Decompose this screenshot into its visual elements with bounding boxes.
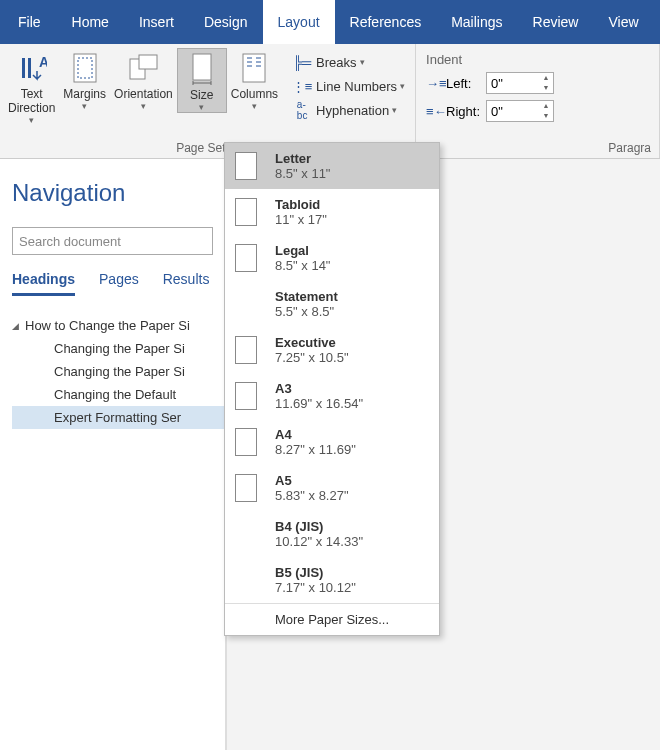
page-thumb-icon [235,244,257,272]
indent-left-spinner[interactable]: ▲▼ [486,72,554,94]
paper-size-name: Legal [275,243,331,258]
line-numbers-label: Line Numbers [316,79,397,94]
paper-size-option[interactable]: A48.27" x 11.69" [225,419,439,465]
outline-tree: How to Change the Paper Si Changing the … [12,314,225,429]
more-paper-sizes[interactable]: More Paper Sizes... [225,603,439,635]
margins-button[interactable]: Margins ▾ [59,48,110,111]
svg-rect-7 [193,54,211,80]
svg-rect-1 [28,58,31,78]
breaks-icon: ╠═ [292,55,312,70]
paper-size-name: Statement [275,289,338,304]
hyphenation-button[interactable]: a-bc Hyphenation ▾ [288,98,409,122]
tab-design[interactable]: Design [189,0,263,44]
page-thumb-icon [235,382,257,410]
margins-icon [71,51,99,85]
indent-right-spinner[interactable]: ▲▼ [486,100,554,122]
tab-view[interactable]: View [593,0,653,44]
tab-file[interactable]: File [10,0,57,44]
tab-mailings[interactable]: Mailings [436,0,517,44]
paper-size-name: A3 [275,381,363,396]
columns-label: Columns [231,87,278,101]
paper-size-option[interactable]: Letter8.5" x 11" [225,143,439,189]
paper-size-dimensions: 10.12" x 14.33" [275,534,363,549]
line-numbers-button[interactable]: ⋮≡ Line Numbers ▾ [288,74,409,98]
text-direction-button[interactable]: A Text Direction ▾ [4,48,59,125]
page-thumb-icon [235,336,257,364]
indent-title: Indent [426,52,554,67]
paragraph-group-label: Paragra [420,141,655,158]
search-placeholder: Search document [19,234,121,249]
hyphenation-icon: a-bc [292,99,312,121]
search-input[interactable]: Search document [12,227,213,255]
paper-size-menu: Letter8.5" x 11"Tabloid11" x 17"Legal8.5… [224,142,440,636]
paper-size-name: B5 (JIS) [275,565,356,580]
paper-size-name: A5 [275,473,349,488]
chevron-down-icon: ▾ [360,57,365,67]
paper-size-option[interactable]: Executive7.25" x 10.5" [225,327,439,373]
paper-size-option[interactable]: A55.83" x 8.27" [225,465,439,511]
paper-size-dimensions: 5.5" x 8.5" [275,304,338,319]
chevron-down-icon: ▾ [400,81,405,91]
outline-item[interactable]: Changing the Paper Si [12,360,225,383]
spin-down[interactable]: ▼ [539,83,553,93]
page-thumb-icon [235,474,257,502]
tab-insert[interactable]: Insert [124,0,189,44]
paper-size-option[interactable]: B5 (JIS)7.17" x 10.12" [225,557,439,603]
nav-tab-results[interactable]: Results [163,271,210,296]
size-label: Size [190,88,213,102]
spin-up[interactable]: ▲ [539,101,553,111]
breaks-label: Breaks [316,55,356,70]
navigation-title: Navigation [12,179,225,207]
orientation-button[interactable]: Orientation ▾ [110,48,177,111]
paper-size-name: Executive [275,335,349,350]
chevron-down-icon: ▾ [252,101,257,111]
outline-item[interactable]: Changing the Default [12,383,225,406]
tab-review[interactable]: Review [518,0,594,44]
tab-home[interactable]: Home [57,0,124,44]
indent-right-icon: ≡← [426,104,446,119]
tab-references[interactable]: References [335,0,437,44]
paper-size-name: A4 [275,427,356,442]
hyphenation-label: Hyphenation [316,103,389,118]
indent-left-icon: →≡ [426,76,446,91]
navigation-pane: Navigation Search document Headings Page… [0,159,226,750]
paper-size-name: Tabloid [275,197,327,212]
size-button[interactable]: Size ▾ [177,48,227,113]
orientation-icon [127,51,159,85]
outline-item[interactable]: Expert Formatting Ser [12,406,225,429]
page-thumb-icon [235,198,257,226]
chevron-down-icon: ▾ [82,101,87,111]
paper-size-option[interactable]: A311.69" x 16.54" [225,373,439,419]
paper-size-dimensions: 11.69" x 16.54" [275,396,363,411]
columns-button[interactable]: Columns ▾ [227,48,282,111]
margins-label: Margins [63,87,106,101]
paper-size-dimensions: 8.5" x 11" [275,166,331,181]
spin-down[interactable]: ▼ [539,111,553,121]
indent-right-label: Right: [446,104,486,119]
svg-text:A: A [39,54,47,70]
nav-tab-headings[interactable]: Headings [12,271,75,296]
paper-size-dimensions: 7.17" x 10.12" [275,580,356,595]
columns-icon [240,51,268,85]
chevron-down-icon: ▾ [141,101,146,111]
indent-right-input[interactable] [487,104,539,119]
paper-size-option[interactable]: Tabloid11" x 17" [225,189,439,235]
paper-size-dimensions: 8.5" x 14" [275,258,331,273]
nav-tab-pages[interactable]: Pages [99,271,139,296]
spin-up[interactable]: ▲ [539,73,553,83]
tab-layout[interactable]: Layout [263,0,335,44]
paper-size-name: B4 (JIS) [275,519,363,534]
text-direction-icon: A [17,51,47,85]
paper-size-option[interactable]: Legal8.5" x 14" [225,235,439,281]
page-thumb-icon [235,428,257,456]
outline-item[interactable]: How to Change the Paper Si [12,314,225,337]
paper-size-option[interactable]: Statement5.5" x 8.5" [225,281,439,327]
paper-size-dimensions: 11" x 17" [275,212,327,227]
breaks-button[interactable]: ╠═ Breaks ▾ [288,50,409,74]
svg-rect-6 [139,55,157,69]
paper-size-option[interactable]: B4 (JIS)10.12" x 14.33" [225,511,439,557]
indent-left-input[interactable] [487,76,539,91]
size-icon [188,52,216,86]
outline-item[interactable]: Changing the Paper Si [12,337,225,360]
chevron-down-icon: ▾ [392,105,397,115]
